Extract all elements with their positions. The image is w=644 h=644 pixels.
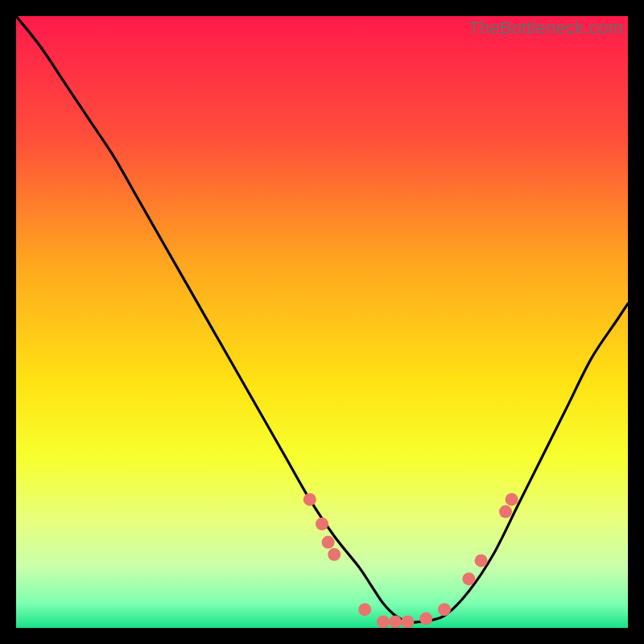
highlight-dot bbox=[499, 506, 512, 518]
highlight-dot bbox=[401, 615, 414, 628]
highlight-dot bbox=[389, 615, 402, 628]
watermark-text: TheBottleneck.com bbox=[469, 18, 623, 39]
highlight-dot bbox=[303, 493, 316, 506]
bottleneck-chart bbox=[16, 16, 628, 628]
highlight-dot bbox=[358, 603, 371, 616]
highlight-dot bbox=[328, 548, 341, 561]
chart-frame: TheBottleneck.com bbox=[16, 16, 628, 628]
highlight-dot bbox=[322, 536, 335, 549]
gradient-background bbox=[16, 16, 628, 628]
highlight-dot bbox=[475, 554, 488, 567]
highlight-dot bbox=[438, 603, 451, 616]
highlight-dot bbox=[506, 493, 518, 506]
highlight-dot bbox=[462, 572, 475, 585]
highlight-dot bbox=[419, 613, 432, 625]
highlight-dot bbox=[316, 518, 328, 530]
highlight-dot bbox=[377, 615, 390, 628]
